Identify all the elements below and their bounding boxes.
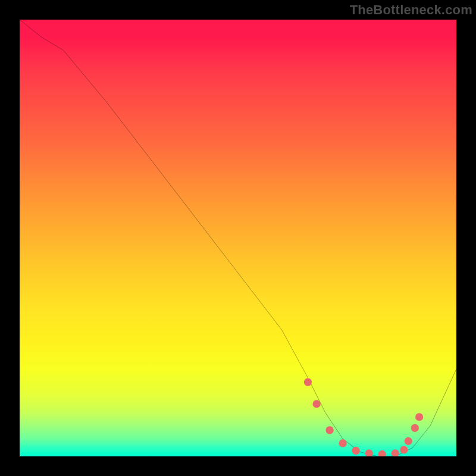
marker-dots xyxy=(304,378,423,456)
marker-dot xyxy=(405,437,412,445)
marker-dot xyxy=(392,449,399,456)
marker-dot xyxy=(400,446,408,453)
marker-dot xyxy=(339,439,347,447)
marker-dot xyxy=(365,449,373,456)
bottleneck-curve xyxy=(20,20,456,456)
chart-svg xyxy=(20,20,456,456)
y-axis xyxy=(0,20,20,456)
marker-dot xyxy=(378,450,386,456)
marker-dot xyxy=(304,378,312,386)
watermark-text: TheBottleneck.com xyxy=(350,2,472,18)
marker-dot xyxy=(352,447,360,455)
curve-line xyxy=(20,20,456,456)
figure-frame: TheBottleneck.com xyxy=(0,0,476,476)
x-axis xyxy=(20,456,456,476)
marker-dot xyxy=(411,424,419,432)
marker-dot xyxy=(415,413,423,421)
marker-dot xyxy=(326,426,334,434)
plot-area xyxy=(20,20,456,456)
marker-dot xyxy=(313,400,321,408)
